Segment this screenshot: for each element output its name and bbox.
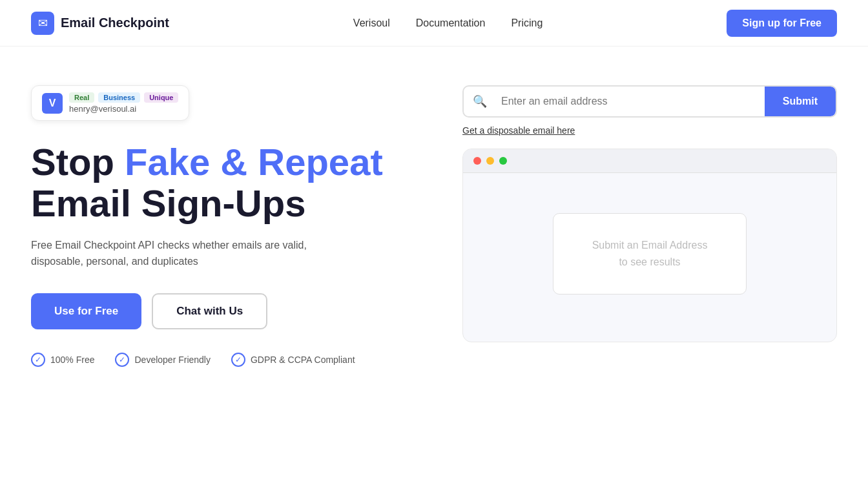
nav-item-pricing[interactable]: Pricing [511, 17, 542, 29]
chat-with-us-button[interactable]: Chat with Us [152, 293, 267, 329]
tag-business: Business [98, 92, 140, 103]
check-icon-developer: ✓ [115, 353, 129, 367]
hero-buttons: Use for Free Chat with Us [31, 293, 418, 329]
disposable-email-link[interactable]: Get a disposable email here [462, 125, 837, 136]
email-input[interactable] [496, 87, 765, 116]
result-placeholder: Submit an Email Address to see results [553, 213, 747, 294]
hero-left: V Real Business Unique henry@verisoul.ai… [31, 85, 418, 367]
email-badge: V Real Business Unique henry@verisoul.ai [31, 85, 189, 121]
email-search-bar: 🔍 Submit [462, 85, 837, 118]
nav-item-verisoul[interactable]: Verisoul [353, 17, 390, 29]
trust-label-free: 100% Free [50, 355, 94, 365]
navbar: ✉ Email Checkpoint Verisoul Documentatio… [0, 0, 868, 46]
submit-button[interactable]: Submit [765, 87, 836, 116]
tag-real: Real [69, 92, 94, 103]
browser-topbar [463, 149, 836, 173]
nav-links: Verisoul Documentation Pricing [353, 17, 542, 29]
check-icon-gdpr: ✓ [231, 353, 245, 367]
badge-email: henry@verisoul.ai [69, 104, 178, 114]
result-preview-card: Submit an Email Address to see results [462, 149, 837, 342]
hero-section: V Real Business Unique henry@verisoul.ai… [0, 46, 868, 393]
trust-item-developer: ✓ Developer Friendly [115, 353, 211, 367]
nav-item-documentation[interactable]: Documentation [416, 17, 486, 29]
hero-right: 🔍 Submit Get a disposable email here Sub… [462, 85, 837, 342]
trust-item-free: ✓ 100% Free [31, 353, 94, 367]
browser-dot-green [499, 157, 507, 165]
result-placeholder-line2: to see results [592, 254, 708, 271]
headline-part2: Email Sign-Ups [31, 182, 305, 224]
logo-text: Email Checkpoint [61, 16, 169, 30]
check-icon-free: ✓ [31, 353, 45, 367]
result-placeholder-line1: Submit an Email Address [592, 237, 708, 254]
headline-accent: Fake & Repeat [125, 141, 383, 183]
logo-link[interactable]: ✉ Email Checkpoint [31, 12, 169, 35]
browser-dot-yellow [486, 157, 494, 165]
nav-link-documentation[interactable]: Documentation [416, 17, 486, 28]
badge-tags: Real Business Unique [69, 92, 178, 103]
badge-avatar: V [42, 93, 63, 114]
browser-content: Submit an Email Address to see results [463, 173, 836, 335]
trust-label-developer: Developer Friendly [134, 355, 211, 365]
trust-label-gdpr: GDPR & CCPA Compliant [251, 355, 355, 365]
trust-badges: ✓ 100% Free ✓ Developer Friendly ✓ GDPR … [31, 353, 418, 367]
hero-description: Free Email Checkpoint API checks whether… [31, 237, 341, 270]
search-icon: 🔍 [464, 94, 496, 108]
signup-button[interactable]: Sign up for Free [727, 10, 837, 37]
browser-dot-red [473, 157, 481, 165]
badge-info: Real Business Unique henry@verisoul.ai [69, 92, 178, 114]
nav-link-verisoul[interactable]: Verisoul [353, 17, 390, 28]
logo-icon: ✉ [31, 12, 54, 35]
use-for-free-button[interactable]: Use for Free [31, 293, 141, 329]
tag-unique: Unique [144, 92, 178, 103]
trust-item-gdpr: ✓ GDPR & CCPA Compliant [231, 353, 355, 367]
nav-link-pricing[interactable]: Pricing [511, 17, 542, 28]
hero-headline: Stop Fake & Repeat Email Sign-Ups [31, 141, 418, 224]
headline-part1: Stop [31, 141, 125, 183]
